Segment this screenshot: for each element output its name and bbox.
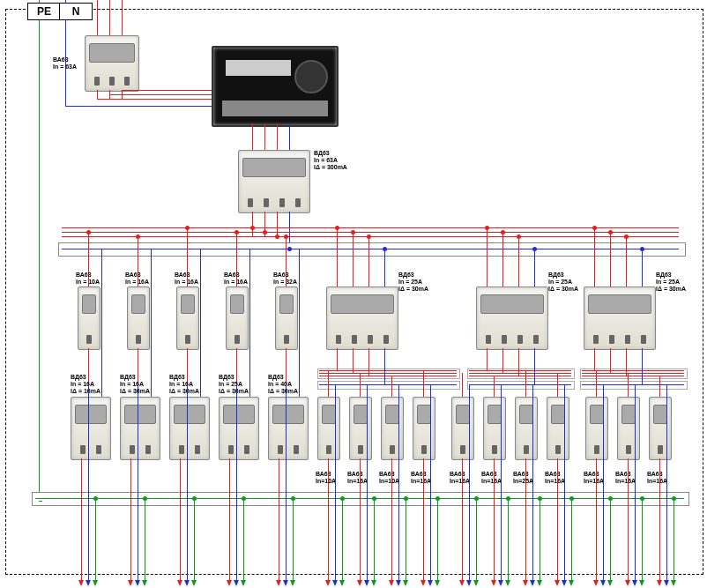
w (384, 249, 385, 287)
w (319, 384, 457, 385)
rcd-b-spec: ВД63 In = 25A IΔ = 30mA (548, 272, 578, 293)
dot (234, 230, 239, 234)
mcbB-6-spec: ВА63 In=16A (481, 471, 502, 485)
w (319, 373, 457, 374)
w (642, 348, 643, 384)
w (518, 236, 519, 287)
rcd2-5 (268, 397, 309, 460)
mcb-top-2-spec: ВА63 In = 16A (125, 272, 149, 286)
mcbB-9-spec: ВА63 In=16A (584, 471, 604, 485)
w (384, 348, 385, 384)
mcbB-11-spec: ВА63 In=16A (647, 471, 667, 485)
mcb-top-3-spec: ВА63 In = 16A (175, 272, 198, 286)
w (319, 370, 457, 371)
w (557, 373, 558, 397)
minibus-b-blue (467, 381, 575, 390)
w (494, 376, 495, 397)
mcbB-2 (349, 397, 372, 460)
w (594, 348, 595, 370)
w (160, 106, 212, 107)
w (534, 249, 535, 287)
w (391, 376, 392, 397)
mcbB-9 (585, 397, 608, 460)
dot (351, 230, 355, 234)
mcbB-10-spec: ВА63 In=16A (615, 471, 636, 485)
w (626, 236, 627, 287)
dot (485, 226, 489, 230)
w (469, 384, 571, 385)
dot (263, 230, 267, 234)
w (289, 123, 290, 150)
w (353, 348, 354, 373)
w (469, 373, 571, 374)
mcbB-1 (317, 397, 340, 460)
w (462, 373, 463, 397)
wire (65, 106, 160, 107)
w (122, 90, 215, 91)
w (582, 370, 684, 371)
dot (185, 226, 190, 230)
w (337, 227, 338, 287)
w (289, 212, 290, 247)
w (423, 370, 424, 397)
mcbB-4-spec: ВА63 In=16A (411, 471, 431, 485)
main-rcd-spec: ВД63 In = 63A IΔ = 300mA (314, 150, 347, 171)
mcbB-3 (381, 397, 404, 460)
w (299, 249, 300, 397)
rcd2-1-spec: ВД63 In = 16A IΔ = 10mA (71, 374, 100, 395)
w (277, 123, 278, 150)
w (319, 376, 457, 376)
dot (335, 226, 339, 230)
rcd2-1 (71, 397, 111, 460)
dot (624, 234, 629, 239)
mcb-top-1 (78, 287, 100, 350)
dot (367, 234, 371, 239)
mcb-top-5 (275, 287, 298, 350)
w (594, 227, 595, 287)
dot (136, 234, 140, 239)
w (487, 348, 487, 370)
w (97, 99, 212, 100)
w (582, 384, 684, 385)
w (502, 232, 503, 287)
w (249, 249, 250, 397)
terminal-n: N (59, 3, 93, 20)
w (610, 348, 611, 373)
w (626, 348, 627, 376)
rcd-c-spec: ВД63 In = 25A IΔ = 30mA (656, 272, 686, 293)
rcd2-2 (120, 397, 160, 460)
w (39, 501, 42, 502)
w (469, 370, 571, 371)
mcbB-10 (617, 397, 640, 460)
w (151, 249, 152, 397)
w (525, 370, 526, 397)
w (200, 249, 201, 397)
dot (284, 234, 288, 239)
mcbB-4 (413, 397, 435, 460)
mcb-top-3 (176, 287, 199, 350)
wiring-diagram: PE N ВА63 In = 63A ВД63 In = 63A IΔ = 30… (0, 0, 707, 588)
dot (608, 230, 613, 234)
dot (275, 234, 279, 239)
rcd2-3 (169, 397, 210, 460)
dot (517, 234, 521, 239)
w (596, 370, 597, 397)
dot (383, 247, 387, 251)
w (534, 348, 535, 384)
mcb-top-2 (127, 287, 150, 350)
w (487, 227, 487, 287)
bus-l2 (62, 232, 679, 233)
dot (640, 247, 644, 251)
mcbB-11 (649, 397, 672, 460)
rcd2-2-spec: ВД63 In = 16A IΔ = 30mA (120, 374, 150, 395)
mcbB-5-spec: ВА63 In=16A (450, 471, 470, 485)
rcd2-4 (219, 397, 259, 460)
rcd-c (584, 287, 656, 350)
minibus-a-blue (317, 381, 460, 390)
mcb-top-4 (226, 287, 249, 350)
n-busbar-upper (58, 242, 686, 257)
dot (532, 247, 537, 251)
main-breaker-spec: ВА63 In = 63A (53, 56, 77, 71)
w (628, 373, 629, 397)
bus-l1 (62, 227, 679, 228)
